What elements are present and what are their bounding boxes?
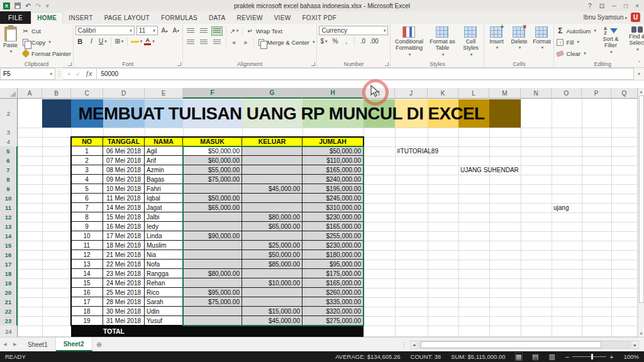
fill-button[interactable]: ↓Fill	[556, 37, 596, 47]
increase-indent-button[interactable]: »	[241, 38, 250, 47]
row-header-3[interactable]: 3	[0, 128, 18, 138]
column-header-M[interactable]: M	[489, 88, 521, 99]
decrease-indent-button[interactable]: «	[230, 38, 239, 47]
number-format-select[interactable]: Currency	[319, 26, 388, 35]
row-header-21[interactable]: 21	[0, 297, 18, 307]
restore-icon[interactable]: □	[624, 3, 628, 9]
insert-cells-button[interactable]: Insert	[486, 26, 506, 51]
merge-center-button[interactable]: Merge & Center	[257, 37, 315, 47]
row-header-8[interactable]: 8	[0, 175, 18, 185]
percent-style-button[interactable]: %	[330, 36, 340, 46]
worksheet-grid[interactable]: ABCDEFGHIJKLMNOPQ23456789101112131415161…	[0, 88, 638, 337]
row-header-4[interactable]: 4	[0, 137, 18, 147]
align-center-button[interactable]	[198, 38, 209, 47]
autosum-button[interactable]: ΣAutoSum	[556, 26, 596, 36]
cell-styles-button[interactable]: Cell Styles	[459, 26, 482, 58]
shrink-font-button[interactable]: A▾	[171, 26, 180, 35]
horizontal-scroll-track[interactable]	[419, 341, 630, 349]
increase-decimal-button[interactable]: .0	[358, 36, 367, 46]
close-icon[interactable]: ×	[635, 3, 639, 9]
find-select-button[interactable]: Find & Select	[625, 26, 644, 58]
column-header-J[interactable]: J	[395, 88, 428, 99]
undo-icon[interactable]: ↶	[25, 3, 31, 9]
column-header-I[interactable]: I	[364, 88, 395, 99]
horizontal-scrollbar[interactable]: ◀ ▶	[410, 340, 639, 349]
insert-function-icon[interactable]: ƒx	[86, 70, 92, 77]
row-header-20[interactable]: 20	[0, 288, 18, 298]
formula-bar-expand-icon[interactable]: ▾	[634, 68, 644, 80]
row-header-12[interactable]: 12	[0, 212, 18, 222]
tab-home[interactable]: HOME	[31, 12, 63, 24]
add-sheet-button[interactable]: ⊕	[92, 337, 106, 351]
row-header-14[interactable]: 14	[0, 231, 18, 241]
row-header-22[interactable]: 22	[0, 307, 18, 317]
name-box[interactable]: F5	[0, 68, 55, 80]
zoom-out-button[interactable]: −	[565, 353, 569, 361]
row-header-24[interactable]: 24	[0, 326, 18, 337]
row-header-5[interactable]: 5	[0, 146, 18, 156]
number-dialog-launcher[interactable]	[385, 62, 389, 66]
scroll-down-icon[interactable]: ▼	[640, 330, 643, 337]
paste-button[interactable]: Paste	[2, 26, 19, 58]
tab-data[interactable]: DATA	[203, 13, 231, 24]
collapse-ribbon-icon[interactable]: ⌃	[637, 60, 641, 66]
row-header-16[interactable]: 16	[0, 250, 18, 260]
column-header-H[interactable]: H	[303, 88, 364, 99]
tab-scroll-splitter[interactable]: ⋮	[401, 337, 408, 351]
row-header-19[interactable]: 19	[0, 278, 18, 288]
signed-in-user[interactable]: Ibnu Syamsun	[584, 14, 627, 21]
vertical-scroll-thumb[interactable]	[639, 96, 644, 303]
copy-button[interactable]: Copy	[21, 37, 71, 47]
ribbon-display-options-icon[interactable]: ⊡	[599, 3, 604, 9]
borders-button[interactable]: ⊞	[114, 36, 124, 46]
column-header-E[interactable]: E	[145, 88, 183, 99]
tab-page-layout[interactable]: PAGE LAYOUT	[99, 13, 155, 24]
profile-logo[interactable]: U	[631, 13, 640, 22]
column-header-L[interactable]: L	[458, 88, 489, 99]
alignment-dialog-launcher[interactable]	[311, 62, 315, 66]
cut-button[interactable]: ✂Cut	[21, 26, 71, 36]
tab-file[interactable]: FILE	[0, 11, 31, 24]
formula-bar-splitter[interactable]: ⋮	[55, 68, 63, 80]
sheet-nav-prev-icon[interactable]: ◀	[0, 337, 10, 351]
column-header-B[interactable]: B	[42, 88, 71, 99]
column-header-O[interactable]: O	[552, 88, 582, 99]
comma-style-button[interactable]: ,	[341, 36, 351, 46]
zoom-level[interactable]: 100%	[624, 353, 639, 360]
tab-review[interactable]: REVIEW	[231, 13, 268, 24]
align-right-button[interactable]	[211, 38, 223, 47]
scroll-right-icon[interactable]: ▶	[631, 341, 639, 349]
page-break-view-button[interactable]: ▥	[548, 353, 555, 360]
row-header-17[interactable]: 17	[0, 260, 18, 270]
tab-view[interactable]: VIEW	[269, 13, 297, 24]
column-header-Q[interactable]: Q	[611, 88, 638, 99]
align-left-button[interactable]	[185, 38, 196, 47]
row-header-13[interactable]: 13	[0, 222, 18, 232]
column-header-N[interactable]: N	[521, 88, 552, 99]
column-header-C[interactable]: C	[71, 88, 103, 99]
page-layout-view-button[interactable]: ▤	[532, 353, 538, 360]
top-align-button[interactable]	[185, 26, 196, 36]
clipboard-dialog-launcher[interactable]	[68, 62, 72, 66]
middle-align-button[interactable]	[198, 26, 209, 36]
row-header-10[interactable]: 10	[0, 194, 18, 204]
horizontal-scroll-thumb[interactable]	[421, 341, 601, 348]
zoom-slider[interactable]	[572, 356, 606, 357]
sort-filter-button[interactable]: AZ Sort & Filter	[599, 26, 623, 58]
enter-icon[interactable]: ✓	[75, 71, 80, 77]
sheet-tab-sheet1[interactable]: Sheet1	[20, 337, 56, 351]
column-header-D[interactable]: D	[103, 88, 145, 99]
qat-customize-icon[interactable]: ▾	[45, 3, 49, 9]
grow-font-button[interactable]: A▴	[160, 26, 169, 35]
scroll-up-icon[interactable]: ▲	[640, 88, 643, 95]
sheet-nav-next-icon[interactable]: ▶	[10, 337, 20, 351]
row-header-9[interactable]: 9	[0, 184, 18, 194]
save-icon[interactable]	[14, 3, 21, 9]
zoom-slider-thumb[interactable]	[591, 354, 593, 359]
column-header-K[interactable]: K	[428, 88, 458, 99]
decrease-decimal-button[interactable]: .00	[369, 36, 379, 46]
row-header-15[interactable]: 15	[0, 241, 18, 251]
underline-button[interactable]: U	[98, 36, 108, 46]
column-header-G[interactable]: G	[242, 88, 303, 99]
tab-formulas[interactable]: FORMULAS	[155, 13, 203, 24]
